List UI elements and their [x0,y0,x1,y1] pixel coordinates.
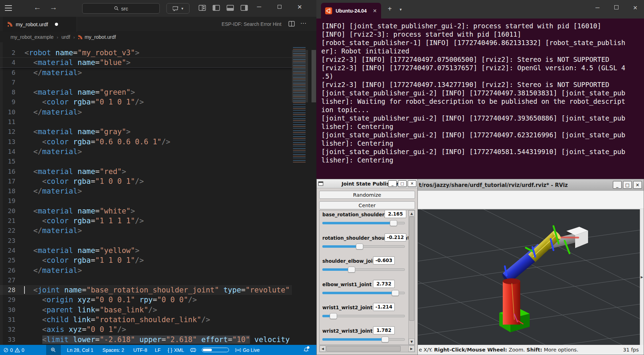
progress-pill[interactable] [202,348,229,352]
scroll-left-icon[interactable]: ◀ [320,346,326,352]
minimap-viewport[interactable] [292,50,308,102]
code-line[interactable]: 19 [0,196,316,206]
code-line[interactable]: 14 </material> [0,147,316,157]
joint-value-input[interactable]: 2.732 [373,280,395,288]
rviz-panel-expand[interactable]: ▶ [640,209,644,345]
code-line[interactable]: 20 <material name="white"> [0,206,316,216]
code-line[interactable]: 27 [0,275,316,285]
code-line[interactable]: 12 <material name="gray"> [0,127,316,137]
code-line[interactable]: 25 <color rgba="1 1 0 1"/> [0,255,316,265]
slider-handle[interactable] [348,267,355,273]
minimap[interactable] [292,42,316,345]
rviz-3d-viewport[interactable]: ▶ [414,209,644,345]
joint-value-input[interactable]: 2.165 [385,210,406,218]
zoom-status-chip[interactable] [46,345,61,355]
scroll-up-icon[interactable]: ▲ [409,210,415,216]
slider-handle[interactable] [392,290,399,296]
jsp-minimize-button[interactable]: _ [388,180,397,187]
slider-handle[interactable] [356,244,363,249]
code-line[interactable]: 32 <axis xyz="0 0 1"/> [0,325,316,334]
joint-slider[interactable] [322,266,405,273]
toggle-secondary-sidebar-icon[interactable] [241,5,248,11]
slider-handle[interactable] [390,220,397,226]
code-line[interactable]: 29 <origin xyz="0 0 0.1" rpy="0 0 0"/> [0,295,316,305]
jsp-maximize-button[interactable]: □ [398,180,407,187]
code-line[interactable]: 2<robot name="my_robot_v3"> [0,48,316,58]
code-line[interactable]: 28 <joint name="base_rotation_shoulder_j… [0,285,316,295]
randomize-button[interactable]: Randomize [319,191,415,199]
joint-slider[interactable] [322,243,405,250]
joint-value-input[interactable]: 1.782 [373,326,395,334]
maximize-button[interactable] [274,3,285,10]
code-line[interactable]: 11 [0,117,316,127]
eol-status[interactable]: LF [155,347,160,353]
scroll-right-icon[interactable]: ▶ [408,346,415,352]
customize-layout-icon[interactable] [199,5,206,11]
editor-scrollbar[interactable] [312,50,316,102]
code-line[interactable]: 33 <limit lower="-2.618" upper="2.618" e… [0,335,316,345]
hscroll-thumb[interactable] [326,346,401,352]
jsp-titlebar[interactable]: Joint State Publisher _ □ ✕ [317,179,417,188]
code-line[interactable]: 23 [0,236,316,246]
code-line[interactable]: 4 <material name="blue"> [0,58,316,67]
copilot-status[interactable] [190,348,196,353]
breadcrumb-item[interactable]: my_robot_example [10,34,53,40]
joint-value-input[interactable]: -1.214 [373,303,395,311]
toggle-sidebar-icon[interactable] [213,5,220,11]
code-editor[interactable]: 2<robot name="my_robot_v3">4 <material n… [0,42,316,345]
indentation-status[interactable]: Spaces: 2 [102,347,124,353]
code-line[interactable]: 24 <material name="yellow"> [0,246,316,255]
rviz-maximize-button[interactable]: □ [623,181,632,189]
code-line[interactable]: 13 <color rgba="0.6 0.6 0.6 1"/> [0,137,316,147]
joint-slider[interactable] [322,219,405,226]
jsp-horizontal-scrollbar[interactable]: ◀ ▶ [319,345,415,352]
cursor-position-status[interactable]: Ln 28, Col 1 [67,347,94,353]
rviz-minimize-button[interactable]: _ [613,181,622,189]
copilot-chat-button[interactable]: ▾ [166,3,189,14]
scroll-down-icon[interactable]: ▼ [409,339,415,345]
code-line[interactable]: 16 <material name="red"> [0,167,316,176]
code-line[interactable]: 21 <color rgba="1 1 1 1"/> [0,216,316,226]
tab-my-robot-urdf[interactable]: my_robot.urdf [3,17,77,32]
breadcrumb-item[interactable]: urdf [62,34,70,40]
jsp-vertical-scrollbar[interactable]: ▲ ▼ [408,210,415,345]
unsaved-dot-icon[interactable] [55,23,58,26]
new-tab-button[interactable]: + [388,5,392,13]
code-line[interactable]: 31 <child link="rotation_shoulder_link"/… [0,315,316,325]
rviz-close-button[interactable]: ✕ [633,181,642,189]
more-actions-icon[interactable]: ⋯ [300,20,307,27]
code-line[interactable]: 18 </material> [0,186,316,196]
split-editor-icon[interactable] [288,21,295,27]
code-line[interactable]: 7 [0,78,316,87]
breadcrumb-file[interactable]: my_robot.urdf [78,34,116,40]
code-line[interactable]: 8 <material name="green"> [0,87,316,97]
vscroll-thumb[interactable] [409,217,414,321]
terminal-minimize-button[interactable]: ─ [592,5,603,11]
language-mode-status[interactable]: { }XML [167,347,184,353]
terminal-maximize-button[interactable] [610,5,622,11]
slider-handle[interactable] [381,336,389,342]
terminal-tab[interactable]: Ubuntu-24.04 ✕ [321,3,381,19]
menu-icon[interactable] [5,5,12,11]
close-button[interactable]: ✕ [294,3,305,11]
back-arrow-icon[interactable]: ← [32,3,43,12]
joint-slider[interactable] [322,312,405,319]
terminal-output[interactable]: [INFO] [joint_state_publisher_gui-2]: pr… [316,19,644,164]
forward-arrow-icon[interactable]: → [48,3,59,12]
code-line[interactable]: 15 [0,157,316,166]
problems-status[interactable]: 0 0 [3,347,24,353]
rviz-titlebar[interactable]: t/ros/jazzy/share/urdf_tutorial/rviz/urd… [414,179,644,191]
joint-slider[interactable] [322,289,405,296]
tab-close-icon[interactable]: ✕ [373,8,377,14]
code-line[interactable]: 10 </material> [0,107,316,117]
joint-slider[interactable] [322,336,405,343]
slider-handle[interactable] [330,313,337,319]
terminal-close-button[interactable]: ✕ [629,5,641,11]
minimize-button[interactable]: ─ [254,3,264,10]
toggle-panel-icon[interactable] [227,5,234,11]
code-line[interactable]: 26 </material> [0,266,316,275]
notifications-bell[interactable] [303,347,309,353]
joint-value-input[interactable]: -0.603 [373,256,395,265]
search-input[interactable]: src [82,3,160,14]
jsp-close-button[interactable]: ✕ [408,180,416,187]
